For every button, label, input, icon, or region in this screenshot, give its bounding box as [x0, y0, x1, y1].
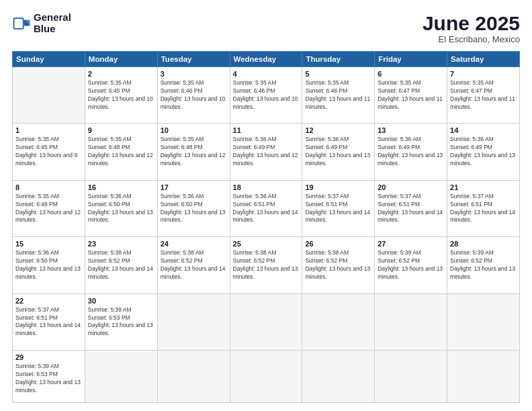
day-number: 16 [88, 183, 154, 191]
day-info: Sunrise: 5:37 AMSunset: 6:51 PMDaylight:… [450, 193, 517, 225]
calendar-week-row: 8Sunrise: 5:35 AMSunset: 6:48 PMDaylight… [13, 180, 520, 236]
table-row: 29Sunrise: 5:39 AMSunset: 6:53 PMDayligh… [13, 351, 85, 403]
day-info: Sunrise: 5:36 AMSunset: 6:50 PMDaylight:… [88, 193, 154, 225]
day-number: 21 [450, 183, 517, 191]
day-number: 1 [15, 126, 82, 134]
table-row [375, 351, 447, 403]
location: El Escribano, Mexico [423, 34, 520, 44]
day-number: 28 [450, 240, 517, 248]
day-info: Sunrise: 5:35 AMSunset: 6:45 PMDaylight:… [88, 79, 154, 111]
day-number: 22 [15, 297, 82, 305]
page: General Blue June 2025 El Escribano, Mex… [0, 0, 532, 411]
table-row: 17Sunrise: 5:36 AMSunset: 6:50 PMDayligh… [157, 180, 230, 236]
col-friday: Friday [375, 52, 447, 67]
day-number: 18 [233, 183, 300, 191]
table-row: 22Sunrise: 5:37 AMSunset: 6:51 PMDayligh… [13, 293, 85, 350]
day-info: Sunrise: 5:35 AMSunset: 6:46 PMDaylight:… [161, 79, 227, 111]
col-wednesday: Wednesday [230, 52, 302, 67]
table-row: 14Sunrise: 5:36 AMSunset: 6:49 PMDayligh… [447, 124, 520, 180]
day-number: 19 [305, 183, 371, 191]
table-row: 4Sunrise: 5:35 AMSunset: 6:46 PMDaylight… [230, 67, 302, 124]
calendar-header-row: Sunday Monday Tuesday Wednesday Thursday… [13, 52, 520, 67]
day-info: Sunrise: 5:37 AMSunset: 6:51 PMDaylight:… [15, 306, 82, 338]
day-info: Sunrise: 5:36 AMSunset: 6:49 PMDaylight:… [378, 136, 444, 168]
logo-line1: General [34, 12, 71, 24]
day-info: Sunrise: 5:38 AMSunset: 6:52 PMDaylight:… [233, 249, 300, 281]
table-row: 25Sunrise: 5:38 AMSunset: 6:52 PMDayligh… [230, 237, 302, 293]
day-number: 30 [88, 297, 154, 305]
day-number: 23 [88, 240, 154, 248]
day-number: 29 [15, 353, 82, 361]
day-number: 26 [305, 240, 371, 248]
table-row: 26Sunrise: 5:38 AMSunset: 6:52 PMDayligh… [302, 237, 375, 293]
day-info: Sunrise: 5:35 AMSunset: 6:47 PMDaylight:… [450, 79, 517, 111]
day-number: 7 [450, 70, 517, 78]
day-info: Sunrise: 5:35 AMSunset: 6:46 PMDaylight:… [233, 79, 300, 111]
day-number: 10 [161, 126, 227, 134]
table-row: 7Sunrise: 5:35 AMSunset: 6:47 PMDaylight… [447, 67, 520, 124]
day-info: Sunrise: 5:36 AMSunset: 6:50 PMDaylight:… [15, 249, 82, 281]
table-row: 19Sunrise: 5:37 AMSunset: 6:51 PMDayligh… [302, 180, 375, 236]
logo: General Blue [12, 12, 71, 34]
day-info: Sunrise: 5:39 AMSunset: 6:52 PMDaylight:… [378, 249, 444, 281]
calendar-table: Sunday Monday Tuesday Wednesday Thursday… [12, 51, 520, 403]
table-row [375, 293, 447, 350]
day-number: 17 [161, 183, 227, 191]
day-number: 13 [378, 126, 444, 134]
table-row [447, 293, 520, 350]
calendar-week-row: 1Sunrise: 5:35 AMSunset: 6:45 PMDaylight… [13, 124, 520, 180]
title-block: June 2025 El Escribano, Mexico [423, 12, 520, 44]
day-info: Sunrise: 5:37 AMSunset: 6:51 PMDaylight:… [305, 193, 371, 225]
day-info: Sunrise: 5:38 AMSunset: 6:52 PMDaylight:… [88, 249, 154, 281]
table-row: 10Sunrise: 5:35 AMSunset: 6:48 PMDayligh… [157, 124, 230, 180]
table-row: 15Sunrise: 5:36 AMSunset: 6:50 PMDayligh… [13, 237, 85, 293]
table-row [85, 351, 157, 403]
table-row: 23Sunrise: 5:38 AMSunset: 6:52 PMDayligh… [85, 237, 157, 293]
day-number: 9 [88, 126, 154, 134]
table-row: 21Sunrise: 5:37 AMSunset: 6:51 PMDayligh… [447, 180, 520, 236]
col-tuesday: Tuesday [157, 52, 230, 67]
table-row: 13Sunrise: 5:36 AMSunset: 6:49 PMDayligh… [375, 124, 447, 180]
table-row [13, 67, 85, 124]
col-monday: Monday [85, 52, 157, 67]
table-row: 24Sunrise: 5:38 AMSunset: 6:52 PMDayligh… [157, 237, 230, 293]
table-row: 5Sunrise: 5:35 AMSunset: 6:46 PMDaylight… [302, 67, 375, 124]
table-row: 12Sunrise: 5:36 AMSunset: 6:49 PMDayligh… [302, 124, 375, 180]
calendar-week-row: 22Sunrise: 5:37 AMSunset: 6:51 PMDayligh… [13, 293, 520, 350]
table-row [157, 351, 230, 403]
table-row: 9Sunrise: 5:35 AMSunset: 6:48 PMDaylight… [85, 124, 157, 180]
col-thursday: Thursday [302, 52, 375, 67]
table-row: 27Sunrise: 5:39 AMSunset: 6:52 PMDayligh… [375, 237, 447, 293]
day-info: Sunrise: 5:38 AMSunset: 6:52 PMDaylight:… [305, 249, 371, 281]
logo-line2: Blue [34, 24, 71, 35]
day-info: Sunrise: 5:39 AMSunset: 6:52 PMDaylight:… [450, 249, 517, 281]
table-row [157, 293, 230, 350]
day-info: Sunrise: 5:35 AMSunset: 6:45 PMDaylight:… [15, 136, 82, 168]
day-info: Sunrise: 5:35 AMSunset: 6:46 PMDaylight:… [305, 79, 371, 111]
day-number: 3 [161, 70, 227, 78]
day-number: 15 [15, 240, 82, 248]
day-info: Sunrise: 5:36 AMSunset: 6:49 PMDaylight:… [233, 136, 300, 168]
table-row: 2Sunrise: 5:35 AMSunset: 6:45 PMDaylight… [85, 67, 157, 124]
day-number: 8 [15, 183, 82, 191]
day-info: Sunrise: 5:36 AMSunset: 6:50 PMDaylight:… [161, 193, 227, 225]
calendar-week-row: 15Sunrise: 5:36 AMSunset: 6:50 PMDayligh… [13, 237, 520, 293]
table-row [302, 293, 375, 350]
day-info: Sunrise: 5:35 AMSunset: 6:48 PMDaylight:… [88, 136, 154, 168]
day-number: 20 [378, 183, 444, 191]
day-number: 25 [233, 240, 300, 248]
day-info: Sunrise: 5:36 AMSunset: 6:51 PMDaylight:… [233, 193, 300, 225]
day-number: 2 [88, 70, 154, 78]
table-row: 28Sunrise: 5:39 AMSunset: 6:52 PMDayligh… [447, 237, 520, 293]
calendar-week-row: 2Sunrise: 5:35 AMSunset: 6:45 PMDaylight… [13, 67, 520, 124]
col-saturday: Saturday [447, 52, 520, 67]
day-info: Sunrise: 5:35 AMSunset: 6:48 PMDaylight:… [161, 136, 227, 168]
day-number: 27 [378, 240, 444, 248]
day-info: Sunrise: 5:35 AMSunset: 6:47 PMDaylight:… [378, 79, 444, 111]
header: General Blue June 2025 El Escribano, Mex… [12, 12, 520, 44]
day-info: Sunrise: 5:38 AMSunset: 6:52 PMDaylight:… [161, 249, 227, 281]
day-info: Sunrise: 5:36 AMSunset: 6:49 PMDaylight:… [305, 136, 371, 168]
table-row: 3Sunrise: 5:35 AMSunset: 6:46 PMDaylight… [157, 67, 230, 124]
table-row: 16Sunrise: 5:36 AMSunset: 6:50 PMDayligh… [85, 180, 157, 236]
month-title: June 2025 [423, 12, 520, 34]
